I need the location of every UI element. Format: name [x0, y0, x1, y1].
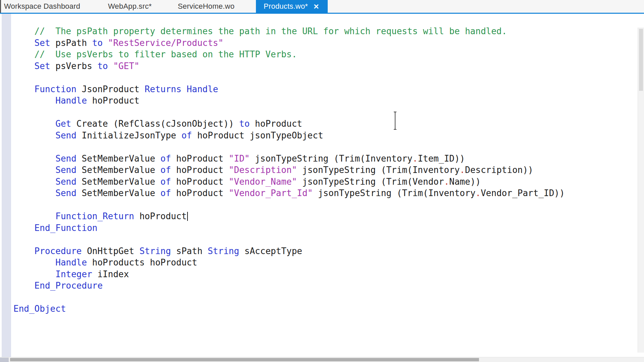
code-segment-ident: SetMemberValue	[82, 154, 161, 164]
code-segment-ident: hoProduct	[140, 211, 187, 221]
code-segment-keyword: String	[208, 246, 245, 256]
code-segment-ident: psPath	[55, 38, 92, 48]
code-segment-keyword: of	[160, 165, 176, 175]
code-segment-keyword: Send	[13, 188, 82, 198]
code-segment-keyword: String	[140, 246, 176, 256]
code-line[interactable]: End_Function	[13, 222, 637, 234]
code-segment-keyword: End_Function	[13, 223, 97, 233]
code-segment-string: "Vendor_Part_Id"	[229, 188, 313, 198]
horizontal-scrollbar-thumb[interactable]	[10, 358, 479, 361]
code-line[interactable]: Send SetMemberValue of hoProduct "Descri…	[13, 164, 637, 176]
code-segment-ident: hoProducts hoProduct	[92, 257, 197, 267]
code-segment-dot: .	[460, 165, 465, 175]
code-line[interactable]: Send SetMemberValue of hoProduct "ID" js…	[13, 153, 637, 165]
tab-servicehome-wo[interactable]: ServiceHome.wo	[178, 0, 234, 13]
tab-products-wo[interactable]: Products.wo*✕	[256, 0, 328, 13]
code-segment-keyword: to	[239, 119, 255, 129]
code-editor[interactable]: // The psPath property determines the pa…	[0, 14, 644, 357]
code-segment-keyword: Send	[13, 130, 82, 140]
code-segment-ident: hoProduct	[255, 119, 302, 129]
code-segment-ident: Name))	[449, 177, 481, 187]
code-segment-ident: jsonTypeString (Trim(Inventory	[313, 188, 475, 198]
code-segment-keyword: of	[160, 188, 176, 198]
code-segment-string: "RestService/Products"	[108, 38, 223, 48]
code-segment-comment: // The psPath property determines the pa…	[13, 26, 507, 36]
code-line[interactable]: End_Object	[13, 303, 637, 315]
code-line[interactable]: Send InitializeJsonType of hoProduct jso…	[13, 130, 637, 141]
tab-label: ServiceHome.wo	[178, 2, 234, 10]
code-line[interactable]: Function_Return hoProduct	[13, 210, 637, 222]
close-icon[interactable]: ✕	[313, 2, 320, 11]
code-segment-keyword: Send	[13, 154, 82, 164]
code-segment-ident: sPath	[176, 246, 208, 256]
code-segment-dot: .	[413, 154, 418, 164]
code-segment-ident: Description))	[465, 165, 533, 175]
code-line[interactable]: Function JsonProduct Returns Handle	[13, 83, 637, 95]
code-segment-keyword: Returns Handle	[145, 84, 218, 94]
code-segment-keyword: Handle	[13, 96, 92, 106]
code-segment-ident: jsonTypeString (Trim(Inventory	[250, 154, 412, 164]
code-segment-ident: sAcceptType	[245, 246, 302, 256]
code-line[interactable]	[13, 107, 637, 118]
code-line[interactable]: Integer iIndex	[13, 268, 637, 280]
code-segment-keyword: Set	[13, 61, 55, 71]
code-segment-keyword: to	[97, 61, 113, 71]
code-segment-ident: hoProduct	[176, 154, 229, 164]
code-segment-ident: hoProduct	[176, 177, 229, 187]
code-line[interactable]	[13, 234, 637, 245]
code-segment-keyword: Send	[13, 177, 82, 187]
code-segment-ident: hoProduct jsonTypeObject	[197, 130, 323, 140]
code-line[interactable]	[13, 72, 637, 83]
code-line[interactable]: // Use psVerbs to filter based on the HT…	[13, 49, 637, 60]
code-line[interactable]	[13, 199, 637, 211]
code-segment-comment: // Use psVerbs to filter based on the HT…	[13, 49, 297, 59]
code-segment-ident: SetMemberValue	[82, 188, 161, 198]
code-line[interactable]	[13, 292, 637, 303]
code-line[interactable]: Handle hoProduct	[13, 95, 637, 107]
code-segment-ident: Item_ID))	[418, 154, 465, 164]
code-line[interactable]: Handle hoProducts hoProduct	[13, 257, 637, 268]
code-line[interactable]: Send SetMemberValue of hoProduct "Vendor…	[13, 176, 637, 188]
code-segment-keyword: Function	[13, 84, 82, 94]
mouse-ibeam-cursor	[395, 112, 395, 130]
vertical-scrollbar-thumb[interactable]	[639, 29, 643, 91]
code-line[interactable]	[13, 141, 637, 153]
code-segment-keyword: of	[160, 154, 176, 164]
code-segment-keyword: End_Object	[13, 304, 66, 314]
code-segment-ident: hoProduct	[92, 96, 140, 106]
code-segment-string: "GET"	[113, 61, 139, 71]
code-line[interactable]: Get Create (RefClass(cJsonObject)) to ho…	[13, 118, 637, 130]
code-segment-keyword: Handle	[13, 257, 92, 267]
code-line[interactable]: End_Procedure	[13, 280, 637, 292]
tab-label: WebApp.src*	[108, 2, 152, 10]
scrollbar-corner	[0, 358, 9, 362]
code-segment-keyword: Function_Return	[13, 211, 140, 221]
code-segment-ident: SetMemberValue	[82, 177, 161, 187]
code-line[interactable]: Set psVerbs to "GET"	[13, 60, 637, 72]
code-segment-ident: JsonProduct	[82, 84, 145, 94]
code-segment-keyword: of	[181, 130, 197, 140]
code-line[interactable]: Send SetMemberValue of hoProduct "Vendor…	[13, 187, 637, 199]
editor-gutter	[2, 14, 11, 357]
vertical-scrollbar[interactable]	[638, 27, 644, 353]
code-segment-ident: jsonTypeString (Trim(Inventory	[297, 165, 460, 175]
tab-webapp-src[interactable]: WebApp.src*	[108, 0, 152, 13]
code-line[interactable]: // The psPath property determines the pa…	[13, 25, 637, 37]
code-segment-keyword: End_Procedure	[13, 281, 103, 291]
horizontal-scrollbar[interactable]	[0, 357, 644, 362]
text-caret	[187, 212, 188, 221]
code-line[interactable]: Procedure OnHttpGet String sPath String …	[13, 245, 637, 257]
code-line[interactable]: Set psPath to "RestService/Products"	[13, 37, 637, 49]
code-segment-ident: OnHttpGet	[87, 246, 140, 256]
code-segment-keyword: Get	[13, 119, 76, 129]
code-segment-ident: hoProduct	[176, 165, 229, 175]
code-segment-ident: Vendor_Part_ID))	[481, 188, 565, 198]
code-segment-ident: hoProduct	[176, 188, 229, 198]
code-segment-string: "Description"	[229, 165, 297, 175]
code-segment-ident: iIndex	[97, 269, 129, 279]
code-area[interactable]: // The psPath property determines the pa…	[13, 25, 637, 315]
tab-workspace-dashboard[interactable]: Workspace Dashboard	[4, 0, 80, 13]
tab-bar: Workspace DashboardWebApp.src*ServiceHom…	[0, 0, 644, 14]
code-segment-string: "ID"	[229, 154, 250, 164]
code-segment-ident: SetMemberValue	[82, 165, 161, 175]
